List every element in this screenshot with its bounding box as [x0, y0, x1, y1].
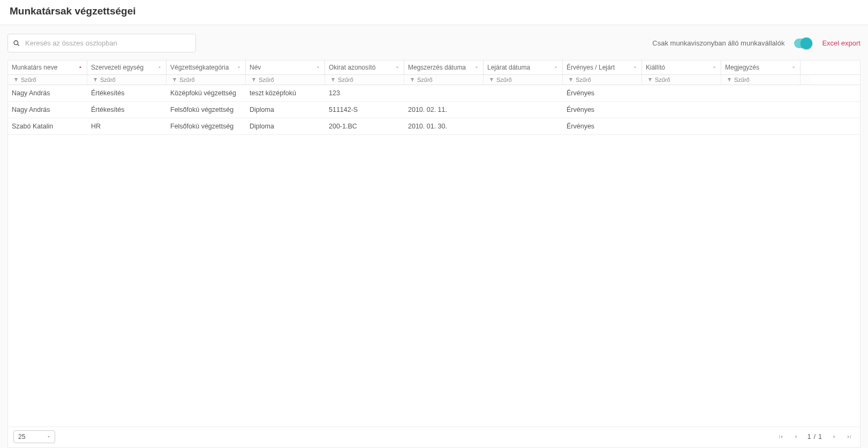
column-header-orgunit[interactable]: Szervezeti egység	[87, 60, 167, 74]
column-header-label: Kiállító	[646, 64, 665, 71]
pager-last-button[interactable]	[844, 432, 855, 441]
table-row[interactable]: Szabó KatalinHRFelsőfokú végzettségDiplo…	[8, 118, 860, 135]
filter-icon	[568, 77, 573, 82]
cell-name: Szabó Katalin	[8, 118, 87, 134]
chevron-down-icon	[46, 434, 51, 439]
filter-icon	[13, 77, 19, 82]
cell-expires	[484, 102, 563, 118]
grid-footer: 25 1 / 1	[8, 427, 860, 447]
column-header-label: Szervezeti egység	[91, 64, 144, 71]
filter-label: Szűrő	[338, 77, 353, 83]
row-spacer	[801, 118, 809, 134]
cell-note	[721, 85, 801, 101]
column-header-label: Érvényes / Lejárt	[567, 64, 615, 71]
cell-docid: 511142-S	[325, 102, 404, 118]
search-input[interactable]	[7, 34, 196, 52]
row-spacer	[801, 102, 809, 118]
filter-label: Szűrő	[496, 77, 512, 83]
column-header-docid[interactable]: Okirat azonosító	[325, 60, 404, 74]
table-row[interactable]: Nagy AndrásÉrtékesítésFelsőfokú végzetts…	[8, 102, 860, 118]
column-header-qname[interactable]: Név	[246, 60, 325, 74]
cell-issuer	[642, 85, 721, 101]
column-filter-validity[interactable]: Szűrő	[563, 75, 642, 85]
cell-name: Nagy András	[8, 85, 87, 101]
filter-icon	[727, 77, 732, 82]
cell-orgunit: HR	[87, 118, 167, 134]
filter-label: Szűrő	[576, 77, 591, 83]
filter-label: Szűrő	[259, 77, 274, 83]
cell-validity: Érvényes	[563, 102, 642, 118]
cell-category: Felsőfokú végzettség	[167, 118, 246, 134]
cell-qname: teszt középfokú	[246, 85, 325, 101]
column-header-label: Munkatárs neve	[12, 64, 57, 71]
table-row[interactable]: Nagy AndrásÉrtékesítésKözépfokú végzetts…	[8, 85, 860, 102]
excel-export-link[interactable]: Excel export	[822, 39, 861, 47]
cell-orgunit: Értékesítés	[87, 85, 167, 101]
toggle-knob	[801, 37, 812, 49]
column-header-note[interactable]: Megjegyzés	[721, 60, 801, 74]
sort-asc-icon	[632, 65, 638, 70]
column-header-label: Lejárat dátuma	[487, 64, 530, 71]
cell-acquired: 2010. 02. 11.	[404, 102, 484, 118]
column-header-label: Megszerzés dátuma	[408, 64, 466, 71]
column-header-acquired[interactable]: Megszerzés dátuma	[404, 60, 484, 74]
column-filter-name[interactable]: Szűrő	[8, 75, 87, 85]
title-bar: Munkatársak végzettségei	[0, 0, 868, 25]
column-header-category[interactable]: Végzettségkategória	[167, 60, 246, 74]
toggle-label: Csak munkaviszonyban álló munkavállalók	[652, 39, 784, 47]
grid-body: Nagy AndrásÉrtékesítésKözépfokú végzetts…	[8, 85, 860, 427]
filter-icon	[172, 77, 177, 82]
column-header-validity[interactable]: Érvényes / Lejárt	[563, 60, 642, 74]
filter-icon	[489, 77, 494, 82]
cell-qname: Diploma	[246, 118, 325, 134]
grid-filter-row: SzűrőSzűrőSzűrőSzűrőSzűrőSzűrőSzűrőSzűrő…	[8, 75, 860, 85]
cell-orgunit: Értékesítés	[87, 102, 167, 118]
column-header-issuer[interactable]: Kiállító	[642, 60, 721, 74]
sort-asc-icon	[553, 65, 558, 70]
cell-issuer	[642, 118, 721, 134]
filter-icon	[410, 77, 415, 82]
page-size-select[interactable]: 25	[13, 430, 55, 443]
page-size-value: 25	[18, 433, 25, 441]
pager: 1 / 1	[775, 432, 855, 441]
column-filter-docid[interactable]: Szűrő	[325, 75, 404, 85]
column-header-expires[interactable]: Lejárat dátuma	[484, 60, 563, 74]
column-filter-note[interactable]: Szűrő	[721, 75, 801, 85]
column-header-name[interactable]: Munkatárs neve	[8, 60, 87, 74]
column-filter-issuer[interactable]: Szűrő	[642, 75, 721, 85]
sort-asc-icon	[791, 65, 796, 70]
sort-asc-icon	[78, 65, 83, 70]
pager-info: 1 / 1	[805, 433, 825, 441]
pager-next-button[interactable]	[829, 432, 840, 441]
column-filter-qname[interactable]: Szűrő	[246, 75, 325, 85]
pager-prev-button[interactable]	[790, 432, 801, 441]
sort-asc-icon	[157, 65, 162, 70]
filter-icon	[647, 77, 653, 82]
column-header-label: Okirat azonosító	[329, 64, 375, 71]
cell-qname: Diploma	[246, 102, 325, 118]
cell-acquired: 2010. 01. 30.	[404, 118, 484, 134]
filter-label: Szűrő	[417, 77, 433, 83]
data-grid: Munkatárs neveSzervezeti egységVégzettsé…	[7, 60, 861, 448]
column-filter-category[interactable]: Szűrő	[167, 75, 246, 85]
cell-issuer	[642, 102, 721, 118]
filter-label: Szűrő	[100, 77, 116, 83]
sort-asc-icon	[395, 65, 400, 70]
sort-asc-icon	[315, 65, 321, 70]
pager-first-button[interactable]	[775, 432, 786, 441]
cell-expires	[484, 85, 563, 101]
filter-label: Szűrő	[179, 77, 195, 83]
header-spacer	[801, 60, 809, 74]
filter-label: Szűrő	[655, 77, 670, 83]
column-filter-expires[interactable]: Szűrő	[484, 75, 563, 85]
cell-acquired	[404, 85, 484, 101]
cell-docid: 200-1.BC	[325, 118, 404, 134]
column-filter-orgunit[interactable]: Szűrő	[87, 75, 167, 85]
filter-icon	[330, 77, 336, 82]
column-filter-acquired[interactable]: Szűrő	[404, 75, 484, 85]
column-header-label: Megjegyzés	[725, 64, 759, 71]
filter-icon	[93, 77, 98, 82]
cell-category: Felsőfokú végzettség	[167, 102, 246, 118]
active-only-toggle[interactable]	[794, 39, 812, 48]
filter-label: Szűrő	[734, 77, 750, 83]
